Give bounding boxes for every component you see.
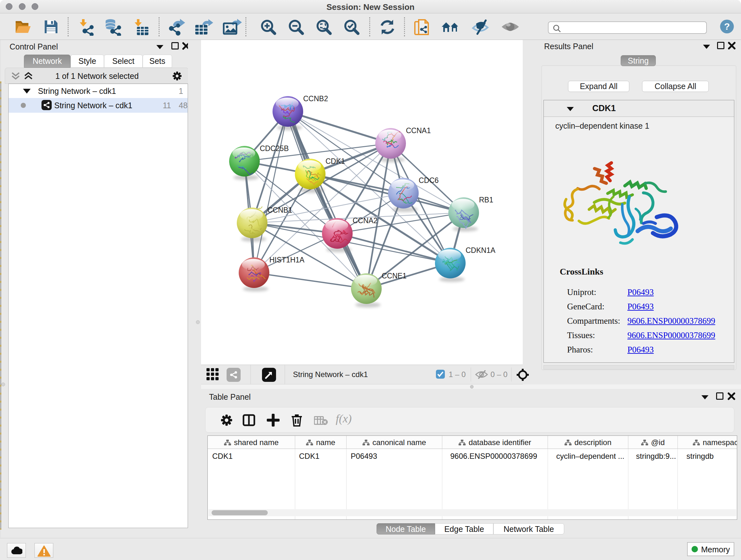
svg-text:CCNB1: CCNB1 [267, 206, 292, 214]
svg-text:CDK1: CDK1 [326, 157, 345, 165]
svg-text:CCNE1: CCNE1 [382, 272, 407, 280]
svg-text:CDC6: CDC6 [419, 176, 439, 185]
svg-text:CDC25B: CDC25B [260, 144, 289, 152]
svg-text:RB1: RB1 [479, 196, 493, 204]
svg-text:?: ? [724, 21, 730, 32]
svg-text:CCNA1: CCNA1 [406, 126, 431, 135]
svg-text:CCNA2: CCNA2 [353, 216, 378, 225]
svg-text:HIST1H1A: HIST1H1A [269, 256, 305, 264]
svg-text:CDKN1A: CDKN1A [466, 246, 495, 254]
svg-text:CCNB2: CCNB2 [303, 95, 328, 103]
